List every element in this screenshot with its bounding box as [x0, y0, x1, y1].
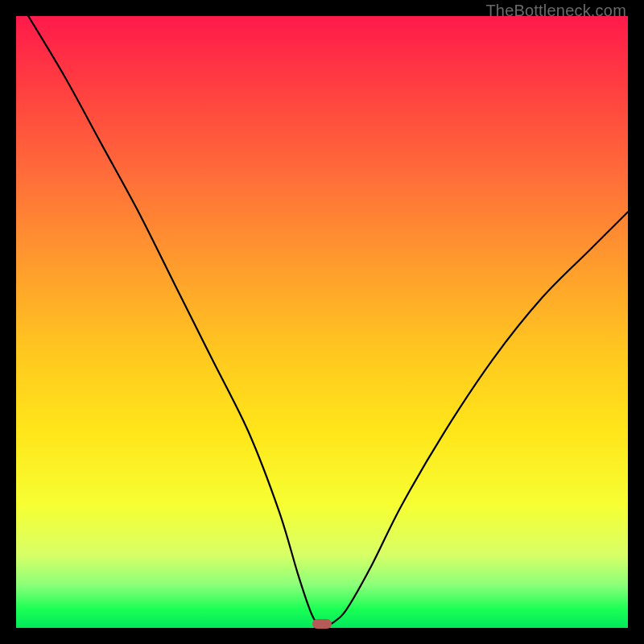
optimum-marker: [312, 619, 332, 629]
bottleneck-curve: [28, 16, 628, 625]
plot-area: [16, 16, 628, 628]
watermark-text: TheBottleneck.com: [485, 2, 626, 20]
chart-frame: TheBottleneck.com: [0, 0, 644, 644]
curve-svg: [16, 16, 628, 628]
